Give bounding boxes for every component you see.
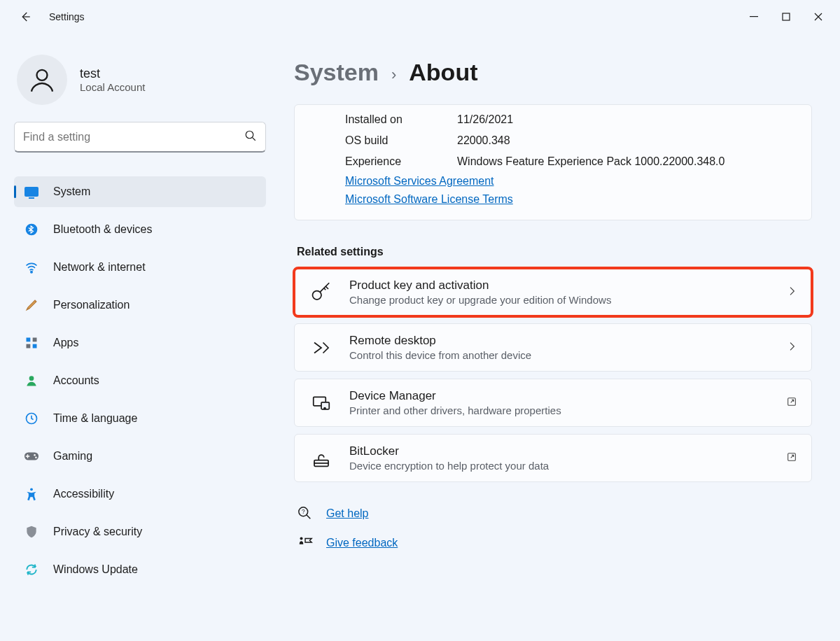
svg-text:?: ? (302, 509, 305, 515)
help-icon: ? (297, 506, 314, 521)
maximize-button[interactable] (770, 6, 802, 28)
nav-gaming[interactable]: Gaming (14, 441, 266, 472)
svg-point-25 (300, 537, 302, 540)
spec-value: 11/26/2021 (457, 113, 513, 126)
spec-row: Experience Windows Feature Experience Pa… (345, 151, 797, 172)
device-manager-tile[interactable]: Device Manager Printer and other drivers… (294, 379, 812, 427)
breadcrumb: System › About (294, 50, 812, 104)
back-button[interactable] (11, 3, 39, 31)
apps-icon (24, 335, 39, 351)
nav-label: Gaming (53, 450, 92, 463)
license-terms-link[interactable]: Microsoft Software License Terms (345, 190, 797, 209)
tile-subtitle: Control this device from another device (349, 349, 531, 361)
nav-label: Windows Update (53, 563, 138, 576)
accessibility-icon (24, 486, 39, 502)
bitlocker-tile[interactable]: BitLocker Device encryption to help prot… (294, 434, 812, 482)
app-title: Settings (49, 11, 85, 22)
nav-label: Network & internet (53, 261, 146, 274)
svg-point-18 (324, 407, 326, 409)
link-label: Give feedback (326, 537, 398, 549)
chevron-right-icon (786, 341, 797, 355)
search-box[interactable] (14, 122, 266, 153)
close-button[interactable] (802, 6, 834, 28)
breadcrumb-parent[interactable]: System (294, 59, 379, 86)
nav-bluetooth[interactable]: Bluetooth & devices (14, 214, 266, 245)
bluetooth-icon (24, 222, 39, 237)
nav-list: System Bluetooth & devices Network & int… (14, 176, 266, 585)
feedback-icon (297, 535, 314, 551)
spec-value: 22000.348 (457, 134, 510, 147)
nav-update[interactable]: Windows Update (14, 554, 266, 585)
avatar (17, 55, 67, 105)
svg-rect-7 (27, 344, 31, 348)
svg-point-12 (34, 454, 36, 456)
svg-point-2 (37, 70, 48, 80)
tile-subtitle: Device encryption to help protect your d… (349, 460, 549, 472)
update-icon (24, 562, 39, 577)
nav-accounts[interactable]: Accounts (14, 365, 266, 396)
tile-title: Device Manager (349, 389, 561, 403)
page-title: About (409, 59, 477, 86)
tile-title: Product key and activation (349, 279, 611, 293)
shield-icon (24, 524, 39, 540)
spec-row: Installed on 11/26/2021 (345, 109, 797, 130)
tile-subtitle: Printer and other drivers, hardware prop… (349, 404, 561, 416)
spec-row: OS build 22000.348 (345, 130, 797, 151)
nav-label: Accessibility (53, 488, 114, 500)
minimize-button[interactable] (738, 6, 770, 28)
nav-label: Apps (53, 337, 78, 349)
remote-icon (309, 337, 334, 358)
svg-rect-1 (783, 13, 790, 20)
device-icon (309, 393, 334, 414)
nav-privacy[interactable]: Privacy & security (14, 516, 266, 547)
services-agreement-link[interactable]: Microsoft Services Agreement (345, 172, 797, 190)
svg-point-9 (29, 376, 34, 381)
main-content: System › About Installed on 11/26/2021 O… (280, 34, 840, 641)
svg-rect-0 (750, 16, 758, 17)
nav-time[interactable]: Time & language (14, 403, 266, 434)
profile-block[interactable]: test Local Account (14, 50, 266, 122)
nav-network[interactable]: Network & internet (14, 252, 266, 283)
svg-rect-5 (27, 338, 31, 342)
svg-rect-8 (33, 344, 37, 348)
wifi-icon (24, 260, 39, 275)
product-key-tile[interactable]: Product key and activation Change produc… (294, 268, 812, 316)
search-input[interactable] (23, 131, 244, 143)
svg-point-4 (31, 272, 32, 273)
related-settings-header: Related settings (297, 246, 812, 258)
time-icon (24, 411, 39, 426)
profile-role: Local Account (80, 81, 145, 93)
svg-point-13 (35, 457, 37, 459)
nav-label: Privacy & security (53, 526, 142, 538)
spec-key: Installed on (345, 113, 457, 126)
display-icon (24, 184, 39, 199)
chevron-right-icon (786, 286, 797, 300)
spec-key: Experience (345, 155, 457, 168)
spec-key: OS build (345, 134, 457, 147)
nav-label: Time & language (53, 412, 137, 425)
titlebar: Settings (0, 0, 840, 34)
nav-apps[interactable]: Apps (14, 327, 266, 358)
nav-accessibility[interactable]: Accessibility (14, 479, 266, 509)
chevron-right-icon: › (391, 66, 396, 84)
link-label: Get help (326, 507, 368, 520)
key-icon (309, 282, 334, 303)
accounts-icon (24, 373, 39, 388)
svg-point-14 (30, 488, 33, 491)
nav-label: Personalization (53, 299, 130, 311)
svg-rect-6 (33, 338, 37, 342)
spec-value: Windows Feature Experience Pack 1000.220… (457, 155, 724, 168)
give-feedback-link[interactable]: Give feedback (294, 528, 812, 558)
nav-personalization[interactable]: Personalization (14, 290, 266, 320)
svg-point-3 (246, 131, 253, 139)
nav-system[interactable]: System (14, 176, 266, 207)
lock-icon (309, 448, 334, 469)
open-external-icon (786, 451, 797, 465)
get-help-link[interactable]: ? Get help (294, 499, 812, 528)
remote-desktop-tile[interactable]: Remote desktop Control this device from … (294, 323, 812, 372)
nav-label: Accounts (53, 374, 99, 387)
tile-title: BitLocker (349, 444, 549, 458)
brush-icon (24, 297, 39, 313)
tile-subtitle: Change product key or upgrade your editi… (349, 294, 611, 306)
open-external-icon (786, 396, 797, 410)
